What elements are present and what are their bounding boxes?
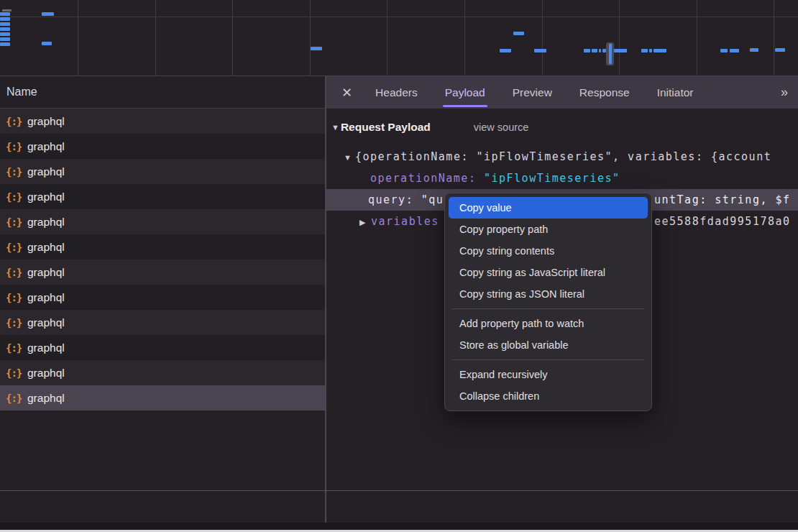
tab-payload[interactable]: Payload [445,76,485,109]
query-value-right: untTag: string, $f [654,189,791,211]
details-tabs: HeadersPayloadPreviewResponseInitiator [375,76,693,109]
request-name-label: graphql [27,392,65,405]
timeline-bar [750,48,758,52]
payload-root-row[interactable]: ▼{operationName: "ipFlowTimeseries", var… [326,146,798,168]
timeline-bar [592,49,597,52]
collapse-section-icon[interactable]: ▼ [331,123,339,132]
menu-item-add-property-path-to-watch[interactable]: Add property path to watch [445,313,651,334]
timeline-gridline [387,0,387,75]
summary-divider [0,490,798,491]
request-row[interactable]: {:}graphql [0,260,326,285]
timeline-gridline [232,0,233,75]
request-row[interactable]: {:}graphql [0,109,326,134]
request-row[interactable]: {:}graphql [0,159,326,184]
context-menu: Copy valueCopy property pathCopy string … [444,193,652,411]
json-request-icon: {:} [6,317,23,329]
timeline-gridline [464,0,465,75]
timeline-bar [653,49,666,52]
menu-item-copy-string-as-json-literal[interactable]: Copy string as JSON literal [445,283,651,305]
close-icon[interactable]: ✕ [341,85,352,101]
json-request-icon: {:} [6,267,23,278]
expand-variables-icon[interactable]: ▶ [359,211,371,232]
tab-initiator[interactable]: Initiator [657,76,694,109]
menu-item-copy-string-contents[interactable]: Copy string contents [445,240,651,262]
request-name-label: graphql [27,316,65,329]
request-name-label: graphql [27,165,65,178]
window-bottom-edge [0,523,798,530]
json-request-icon: {:} [6,116,23,127]
json-request-icon: {:} [6,166,23,178]
json-request-icon: {:} [6,141,23,152]
timeline-bar [641,49,648,52]
menu-item-copy-value[interactable]: Copy value [449,197,648,219]
request-payload-title: Request Payload [341,121,431,134]
operation-name-row[interactable]: operationName: "ipFlowTimeseries" [326,168,798,189]
timeline-bar [649,49,652,52]
timeline-hover-marker [606,42,614,65]
request-row[interactable]: {:}graphql [0,184,326,209]
menu-divider [452,359,644,360]
timeline-bar [500,49,511,52]
name-column-header[interactable]: Name [0,76,326,109]
payload-root-preview: {operationName: "ipFlowTimeseries", vari… [355,150,771,163]
timeline-hairline [0,17,798,17]
request-list: {:}graphql{:}graphql{:}graphql{:}graphql… [0,109,326,411]
timeline-bar [311,47,322,50]
tab-response[interactable]: Response [579,76,630,109]
tab-preview[interactable]: Preview [513,76,552,109]
variables-key: variables [371,215,439,228]
operation-name-key: operationName: [370,172,476,185]
operation-name-value: "ipFlowTimeseries" [484,172,620,185]
json-request-icon: {:} [6,242,23,253]
timeline-bar [584,49,590,52]
request-row[interactable]: {:}graphql [0,335,326,360]
collapse-root-icon[interactable]: ▼ [344,147,355,168]
json-request-icon: {:} [6,191,23,203]
request-name-label: graphql [27,115,65,128]
request-name-label: graphql [27,266,65,279]
timeline-bar [599,49,601,52]
panel-splitter[interactable] [325,76,326,523]
menu-item-collapse-children[interactable]: Collapse children [445,385,651,407]
request-payload-section-header: ▼ Request Payload view source [326,117,798,137]
timeline-gridline [155,0,156,75]
timeline-bar [0,32,10,36]
request-row[interactable]: {:}graphql [0,385,326,411]
tab-headers[interactable]: Headers [375,76,418,109]
view-source-link[interactable]: view source [474,121,529,133]
menu-item-store-as-global-variable[interactable]: Store as global variable [445,334,651,356]
request-row[interactable]: {:}graphql [0,360,326,385]
query-key: query: [368,193,413,206]
request-row[interactable]: {:}graphql [0,234,326,260]
request-row[interactable]: {:}graphql [0,310,326,335]
timeline-gridline [542,0,543,75]
timeline-bar [534,49,546,52]
timeline-bar [0,42,10,46]
menu-item-copy-string-as-javascript-literal[interactable]: Copy string as JavaScript literal [445,262,651,283]
request-row[interactable]: {:}graphql [0,134,326,159]
timeline-bar [0,27,10,31]
menu-item-copy-property-path[interactable]: Copy property path [445,219,651,240]
timeline-gridline [310,0,311,75]
timeline-hover-tick [609,44,612,64]
timeline-bar [614,49,627,52]
request-row[interactable]: {:}graphql [0,209,326,234]
more-tabs-icon[interactable]: » [781,85,786,100]
query-value-left: "qu [421,193,444,206]
request-name-label: graphql [27,341,65,354]
timeline-bar [513,32,524,35]
menu-item-expand-recursively[interactable]: Expand recursively [445,364,651,385]
timeline-bar [0,37,10,41]
timeline-gridline [774,0,774,75]
request-row[interactable]: {:}graphql [0,285,326,310]
timeline-gridline [78,0,78,75]
json-request-icon: {:} [6,367,23,379]
timeline-bar [0,22,10,26]
request-name-label: graphql [27,241,65,254]
devtools-network-panel: Name {:}graphql{:}graphql{:}graphql{:}gr… [0,0,798,532]
network-overview-timeline[interactable] [0,0,798,76]
request-name-label: graphql [27,367,65,380]
json-request-icon: {:} [6,292,23,303]
menu-divider [452,308,644,309]
request-name-label: graphql [27,216,65,229]
